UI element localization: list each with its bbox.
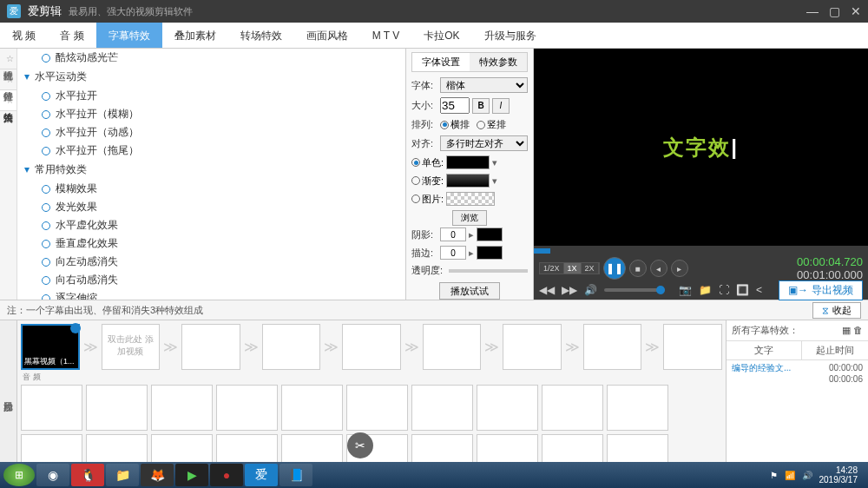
radio-vertical[interactable]: 竖排 — [477, 118, 506, 131]
settings-tab-params[interactable]: 特效参数 — [470, 53, 527, 71]
audio-slot[interactable] — [86, 385, 148, 431]
shadow-input[interactable] — [440, 228, 466, 241]
taskbar-app[interactable]: 📁 — [106, 464, 139, 486]
audio-slot[interactable] — [21, 385, 82, 431]
maximize-icon[interactable]: ▢ — [829, 4, 840, 18]
italic-button[interactable]: I — [492, 98, 510, 114]
progress-bar[interactable] — [534, 246, 868, 256]
tab-video[interactable]: 视 频 — [0, 23, 48, 48]
tree-item[interactable]: 发光效果 — [17, 198, 405, 216]
subtitle-entry[interactable]: 编导的经验文... 00:00:0000:00:06 — [727, 360, 868, 386]
tree-item[interactable]: 水平虚化效果 — [17, 216, 405, 234]
tree-item[interactable]: 酷炫动感光芒 — [17, 49, 405, 67]
audio-slot[interactable] — [281, 385, 343, 431]
tab-subtitle-effects[interactable]: 字幕特效 — [96, 23, 162, 48]
taskbar-app[interactable]: ◉ — [36, 464, 69, 486]
tab-transition[interactable]: 转场特效 — [228, 23, 294, 48]
tray-network-icon[interactable]: 📶 — [785, 471, 795, 480]
tree-item[interactable]: 逐字伸缩 — [17, 289, 405, 300]
tab-style[interactable]: 画面风格 — [294, 23, 360, 48]
settings-tab-font[interactable]: 字体设置 — [412, 53, 470, 71]
tab-mtv[interactable]: M T V — [360, 23, 412, 48]
forward-icon[interactable]: ▶▶ — [562, 284, 577, 296]
browse-button[interactable]: 浏览 — [452, 210, 487, 226]
opacity-slider[interactable] — [449, 269, 528, 273]
solid-color-swatch[interactable] — [446, 155, 490, 169]
tree-item[interactable]: 垂直虚化效果 — [17, 234, 405, 253]
clip-slot[interactable] — [583, 324, 642, 370]
tab-overlay[interactable]: 叠加素材 — [162, 23, 228, 48]
tree-item[interactable]: 向左动感消失 — [17, 253, 405, 271]
radio-horizontal[interactable]: 横排 — [440, 118, 470, 131]
audio-slot[interactable] — [151, 385, 213, 431]
rewind-icon[interactable]: ◀◀ — [539, 284, 555, 296]
picture-swatch[interactable] — [446, 192, 495, 206]
speed-1x[interactable]: 1X — [564, 263, 582, 274]
radio-solid[interactable]: 单色: — [411, 156, 444, 169]
stop-button[interactable]: ■ — [629, 260, 647, 277]
add-subtitle-icon[interactable]: ▦ — [842, 325, 851, 335]
minimize-icon[interactable]: — — [806, 4, 819, 18]
clip-slot[interactable] — [503, 324, 562, 370]
clip-slot[interactable] — [181, 324, 240, 370]
collapse-button[interactable]: ⧖收起 — [812, 302, 861, 319]
shadow-color[interactable] — [477, 228, 503, 241]
taskbar-app[interactable]: 📘 — [279, 464, 312, 486]
next-frame-button[interactable]: ▸ — [671, 260, 688, 277]
clip-placeholder[interactable]: 双击此处 添加视频 — [102, 324, 161, 370]
close-icon[interactable]: ✕ — [851, 4, 861, 18]
clip-slot[interactable] — [342, 324, 401, 370]
tree-item[interactable]: 向右动感消失 — [17, 271, 405, 289]
tab-upgrade[interactable]: 升级与服务 — [472, 23, 549, 48]
effect-tree[interactable]: 酷炫动感光芒 ▾水平运动类 水平拉开 水平拉开（模糊） 水平拉开（动感） 水平拉… — [17, 49, 406, 300]
audio-slot[interactable] — [477, 385, 538, 431]
delete-subtitle-icon[interactable]: 🗑 — [853, 325, 863, 335]
radio-picture[interactable]: 图片: — [411, 193, 444, 206]
vtab-disappear[interactable]: ☆消失特效 — [0, 90, 16, 111]
size-input[interactable] — [440, 97, 470, 114]
vtab-appear[interactable]: ☆出现特效 — [0, 49, 16, 69]
share-icon[interactable]: < — [756, 284, 762, 296]
volume-icon[interactable]: 🔊 — [584, 284, 597, 296]
taskbar-clock[interactable]: 14:282019/3/17 — [819, 465, 858, 485]
bold-button[interactable]: B — [472, 98, 490, 114]
clip-slot[interactable] — [663, 324, 722, 370]
fullscreen-icon[interactable]: ⛶ — [719, 284, 729, 296]
font-select[interactable]: 楷体 — [440, 77, 528, 93]
tree-category[interactable]: ▾常用特效类 — [17, 160, 405, 180]
prev-frame-button[interactable]: ◂ — [650, 260, 667, 277]
play-pause-button[interactable]: ❚❚ — [603, 257, 626, 280]
export-video-button[interactable]: ▣→导出视频 — [779, 280, 863, 300]
audio-slot[interactable] — [607, 385, 668, 431]
taskbar-app[interactable]: 🐧 — [71, 464, 104, 486]
tree-item[interactable]: 水平拉开（动感） — [17, 123, 405, 142]
audio-slot[interactable] — [542, 385, 603, 431]
align-select[interactable]: 多行时左对齐 — [440, 135, 528, 151]
video-preview[interactable]: 文字效| — [534, 49, 868, 246]
settings-icon[interactable]: 🔳 — [736, 284, 749, 296]
tree-item[interactable]: 水平拉开（模糊） — [17, 105, 405, 123]
tab-karaoke[interactable]: 卡拉OK — [411, 23, 471, 48]
taskbar-app[interactable]: ▶ — [175, 464, 208, 486]
tree-item[interactable]: 水平拉开 — [17, 87, 405, 105]
audio-slot[interactable] — [216, 385, 278, 431]
vtab-keep[interactable]: ☆停留特效 — [0, 69, 16, 90]
snapshot-icon[interactable]: 📷 — [679, 284, 692, 296]
stroke-color[interactable] — [477, 246, 503, 260]
tray-flag-icon[interactable]: ⚑ — [770, 471, 778, 480]
preview-play-button[interactable]: 播放试试 — [439, 282, 500, 300]
cut-button[interactable]: ✂ — [347, 432, 373, 458]
tree-item[interactable]: 水平拉开（拖尾） — [17, 142, 405, 160]
start-button[interactable]: ⊞ — [3, 464, 35, 486]
tab-audio[interactable]: 音 频 — [48, 23, 95, 48]
clip-thumbnail[interactable]: 黑幕视频（1... — [21, 324, 80, 370]
taskbar-app[interactable]: 🦊 — [141, 464, 174, 486]
taskbar-app[interactable]: 爱 — [245, 464, 278, 486]
audio-slot[interactable] — [411, 385, 473, 431]
taskbar-app[interactable]: ● — [210, 464, 243, 486]
stroke-input[interactable] — [440, 246, 466, 260]
tree-category[interactable]: ▾水平运动类 — [17, 67, 405, 87]
audio-slot[interactable] — [346, 385, 408, 431]
radio-gradient[interactable]: 渐变: — [411, 175, 444, 188]
clip-slot[interactable] — [423, 324, 482, 370]
